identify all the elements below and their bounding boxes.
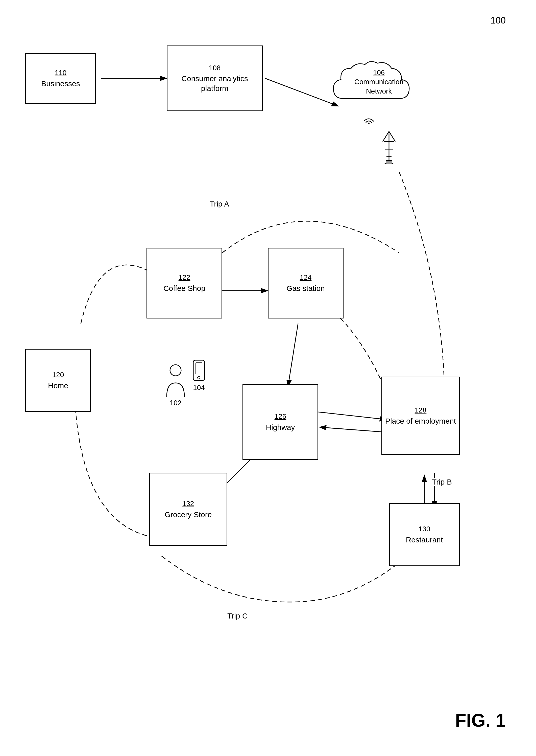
restaurant-num: 130 <box>419 524 430 534</box>
home-label: Home <box>48 381 68 390</box>
svg-point-22 <box>197 377 200 379</box>
grocery-store-num: 132 <box>183 499 194 508</box>
box-consumer-analytics: 108 Consumer analytics platform <box>167 46 263 111</box>
highway-label: Highway <box>266 422 295 432</box>
svg-point-11 <box>368 123 370 124</box>
box-restaurant: 130 Restaurant <box>389 503 460 566</box>
comm-network-text: Communication Network <box>344 77 414 96</box>
diagram: 100 110 Businesses 108 Consumer analytic… <box>0 0 536 756</box>
box-gas-station: 124 Gas station <box>268 248 344 318</box>
consumer-analytics-num: 108 <box>209 63 221 73</box>
svg-line-16 <box>383 131 389 142</box>
box-coffee-shop: 122 Coffee Shop <box>147 248 222 318</box>
grocery-store-label: Grocery Store <box>165 510 212 520</box>
phone-num: 104 <box>192 384 206 392</box>
svg-line-3 <box>265 78 339 106</box>
person-icon: 102 <box>164 364 187 407</box>
gas-station-num: 124 <box>300 273 312 282</box>
highway-num: 126 <box>275 412 286 421</box>
trip-b-label: Trip B <box>432 478 452 486</box>
wifi-icon <box>361 114 376 124</box>
svg-line-5 <box>318 412 386 419</box>
employment-num: 128 <box>415 406 427 415</box>
trip-c-label: Trip C <box>227 612 248 620</box>
coffee-shop-num: 122 <box>179 273 190 282</box>
ref-100: 100 <box>490 15 506 26</box>
comm-network-num: 106 <box>344 68 414 77</box>
svg-line-6 <box>319 427 386 432</box>
box-businesses: 110 Businesses <box>25 53 96 104</box>
businesses-num: 110 <box>55 68 67 77</box>
cell-tower-icon <box>379 129 399 164</box>
svg-line-17 <box>389 131 395 142</box>
restaurant-label: Restaurant <box>406 535 443 545</box>
box-home: 120 Home <box>25 349 91 412</box>
consumer-analytics-label: Consumer analytics platform <box>167 74 262 93</box>
box-highway: 126 Highway <box>243 384 318 460</box>
businesses-label: Businesses <box>41 79 80 89</box>
svg-line-7 <box>288 324 298 387</box>
box-grocery-store: 132 Grocery Store <box>149 473 227 546</box>
svg-rect-18 <box>386 161 392 163</box>
comm-network-label: 106 Communication Network <box>344 68 414 96</box>
trip-a-label: Trip A <box>210 200 229 208</box>
svg-point-19 <box>170 365 181 376</box>
box-place-of-employment: 128 Place of employment <box>382 377 460 455</box>
svg-rect-21 <box>196 363 202 374</box>
fig-title: FIG. 1 <box>455 710 506 731</box>
employment-label: Place of employment <box>385 416 456 426</box>
person-num: 102 <box>164 399 187 407</box>
communication-network: 106 Communication Network <box>328 58 414 134</box>
svg-rect-20 <box>193 360 205 380</box>
coffee-shop-label: Coffee Shop <box>163 283 205 293</box>
phone-icon: 104 <box>192 359 206 392</box>
home-num: 120 <box>52 370 64 379</box>
gas-station-label: Gas station <box>286 283 325 293</box>
